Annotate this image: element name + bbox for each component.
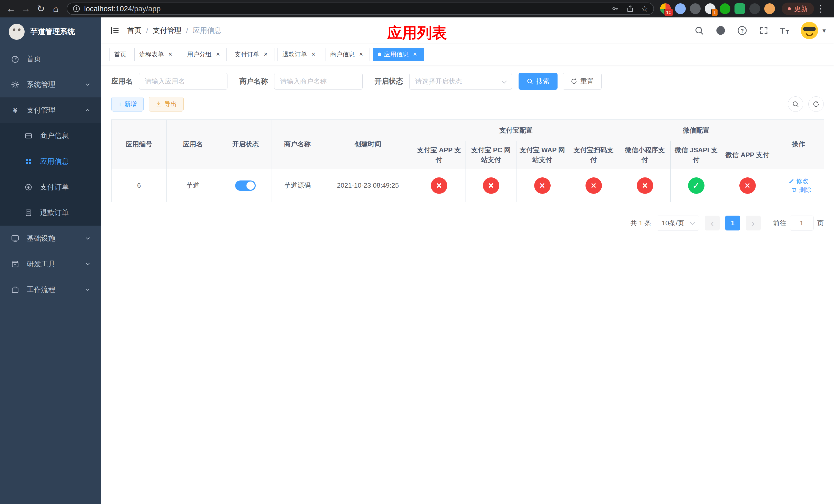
sidebar-item-pay-order[interactable]: 支付订单 bbox=[0, 174, 101, 200]
browser-toolbar: ← → ↻ ⌂ localhost:1024/pay/app ☆ 10 1 更新 bbox=[0, 0, 834, 18]
tab-merchant-info[interactable]: 商户信息 × bbox=[325, 48, 370, 61]
status-select[interactable]: 请选择开启状态 bbox=[409, 73, 512, 90]
browser-forward-icon[interactable]: → bbox=[19, 2, 33, 16]
update-dot-icon bbox=[788, 7, 791, 10]
browser-reload-icon[interactable]: ↻ bbox=[34, 2, 48, 16]
sidebar-item-payment[interactable]: ¥ 支付管理 bbox=[0, 97, 101, 123]
refresh-icon bbox=[812, 100, 820, 108]
export-button[interactable]: 导出 bbox=[149, 97, 184, 112]
extension-icon-5[interactable] bbox=[720, 3, 730, 14]
sidebar-fold-icon[interactable] bbox=[109, 25, 120, 36]
monitor-icon bbox=[10, 234, 20, 243]
extension-icon-1[interactable]: 10 bbox=[660, 3, 671, 14]
extension-badge: 10 bbox=[664, 9, 674, 16]
tab-home[interactable]: 首页 bbox=[109, 48, 131, 61]
tab-app-info[interactable]: 应用信息 × bbox=[373, 48, 424, 61]
sidebar-item-merchant-info[interactable]: 商户信息 bbox=[0, 123, 101, 149]
tab-close-icon[interactable]: × bbox=[214, 50, 222, 58]
credit-card-icon bbox=[24, 132, 33, 140]
merchant-name-label: 商户名称 bbox=[239, 76, 268, 86]
merchant-name-input[interactable] bbox=[274, 73, 363, 90]
search-icon bbox=[527, 78, 533, 85]
refresh-table-button[interactable] bbox=[808, 96, 824, 112]
sidebar-item-system[interactable]: 系统管理 bbox=[0, 72, 101, 97]
alipay-pc-status-icon: × bbox=[483, 177, 499, 194]
page-number-button[interactable]: 1 bbox=[725, 215, 740, 230]
chevron-down-icon bbox=[502, 78, 507, 84]
share-icon[interactable] bbox=[626, 5, 634, 13]
delete-link[interactable]: 删除 bbox=[791, 186, 811, 194]
col-header-app-id: 应用编号 bbox=[112, 120, 167, 169]
wechat-mini-status-icon: × bbox=[637, 177, 653, 194]
search-button[interactable]: 搜索 bbox=[519, 73, 557, 90]
tab-user-group[interactable]: 用户分组 × bbox=[182, 48, 227, 61]
reset-button[interactable]: 重置 bbox=[563, 73, 602, 90]
tab-pay-order[interactable]: 支付订单 × bbox=[230, 48, 275, 61]
font-size-icon[interactable]: TT bbox=[780, 26, 789, 36]
goto-page-input[interactable] bbox=[790, 215, 813, 230]
extension-icon-7[interactable] bbox=[749, 3, 760, 14]
col-header-alipay-wap: 支付宝 WAP 网站支付 bbox=[517, 141, 568, 169]
sidebar-item-infrastructure[interactable]: 基础设施 bbox=[0, 226, 101, 251]
sidebar-item-home[interactable]: 首页 bbox=[0, 46, 101, 72]
col-header-merchant: 商户名称 bbox=[272, 120, 323, 169]
status-toggle[interactable] bbox=[235, 181, 256, 191]
tab-close-icon[interactable]: × bbox=[357, 50, 365, 58]
avatar bbox=[800, 21, 819, 40]
tab-label: 退款订单 bbox=[282, 50, 307, 59]
sidebar-logo[interactable]: 芋道管理系统 bbox=[0, 18, 101, 46]
edit-link[interactable]: 修改 bbox=[789, 177, 809, 185]
wechat-jsapi-status-icon: ✓ bbox=[688, 177, 704, 194]
col-header-status: 开启状态 bbox=[219, 120, 272, 169]
sidebar-item-app-info[interactable]: 应用信息 bbox=[0, 149, 101, 174]
tab-flow-form[interactable]: 流程表单 × bbox=[134, 48, 179, 61]
document-icon bbox=[24, 209, 33, 217]
breadcrumb-home[interactable]: 首页 bbox=[127, 26, 141, 36]
tab-label: 流程表单 bbox=[139, 50, 164, 59]
search-icon[interactable] bbox=[694, 25, 704, 36]
fullscreen-icon[interactable] bbox=[758, 25, 769, 36]
sidebar-item-label: 支付订单 bbox=[40, 182, 69, 192]
extension-icon-6[interactable] bbox=[734, 3, 745, 14]
app-name-input[interactable] bbox=[139, 73, 227, 90]
extension-icon-3[interactable] bbox=[690, 3, 701, 14]
alipay-qr-status-icon: × bbox=[586, 177, 602, 194]
tab-label: 支付订单 bbox=[235, 50, 259, 59]
tab-close-icon[interactable]: × bbox=[310, 50, 317, 58]
sidebar-item-label: 支付管理 bbox=[27, 105, 56, 115]
sidebar-item-dev-tools[interactable]: 研发工具 bbox=[0, 251, 101, 277]
tab-close-icon[interactable]: × bbox=[262, 50, 269, 58]
sidebar-item-workflow[interactable]: 工作流程 bbox=[0, 277, 101, 302]
prev-page-button[interactable]: ‹ bbox=[705, 215, 720, 230]
url-text[interactable]: localhost:1024/pay/app bbox=[84, 5, 160, 13]
goto-label: 前往 bbox=[773, 219, 786, 228]
page-size-select[interactable]: 10条/页 bbox=[657, 215, 699, 230]
github-icon[interactable] bbox=[715, 25, 726, 36]
user-menu[interactable]: ▾ bbox=[800, 21, 826, 40]
next-page-button[interactable]: › bbox=[746, 215, 761, 230]
tab-refund-order[interactable]: 退款订单 × bbox=[278, 48, 322, 61]
extension-icon-4[interactable]: 1 bbox=[705, 3, 716, 14]
col-header-actions: 操作 bbox=[773, 120, 824, 169]
help-icon[interactable]: ? bbox=[737, 25, 748, 36]
breadcrumb-payment[interactable]: 支付管理 bbox=[153, 26, 181, 36]
browser-menu-icon[interactable]: ⋮ bbox=[815, 3, 826, 14]
update-label: 更新 bbox=[794, 4, 808, 13]
tab-close-icon[interactable]: × bbox=[167, 50, 174, 58]
chevron-down-icon bbox=[85, 82, 91, 88]
password-key-icon[interactable] bbox=[611, 5, 619, 13]
browser-home-icon[interactable]: ⌂ bbox=[49, 2, 63, 16]
extension-icon-8[interactable] bbox=[764, 3, 775, 14]
browser-update-button[interactable]: 更新 bbox=[782, 3, 814, 15]
bookmark-star-icon[interactable]: ☆ bbox=[641, 4, 648, 14]
sidebar-item-label: 商户信息 bbox=[40, 131, 69, 141]
tab-close-icon[interactable]: × bbox=[411, 50, 419, 58]
sidebar-item-refund-order[interactable]: 退款订单 bbox=[0, 200, 101, 226]
add-button[interactable]: + 新增 bbox=[111, 97, 144, 112]
toggle-search-button[interactable] bbox=[788, 96, 803, 112]
extension-icon-2[interactable] bbox=[675, 3, 686, 14]
browser-back-icon[interactable]: ← bbox=[4, 2, 18, 16]
site-info-icon[interactable] bbox=[72, 5, 81, 13]
cell-app-id: 6 bbox=[112, 169, 167, 202]
address-bar[interactable]: localhost:1024/pay/app ☆ bbox=[67, 3, 654, 15]
